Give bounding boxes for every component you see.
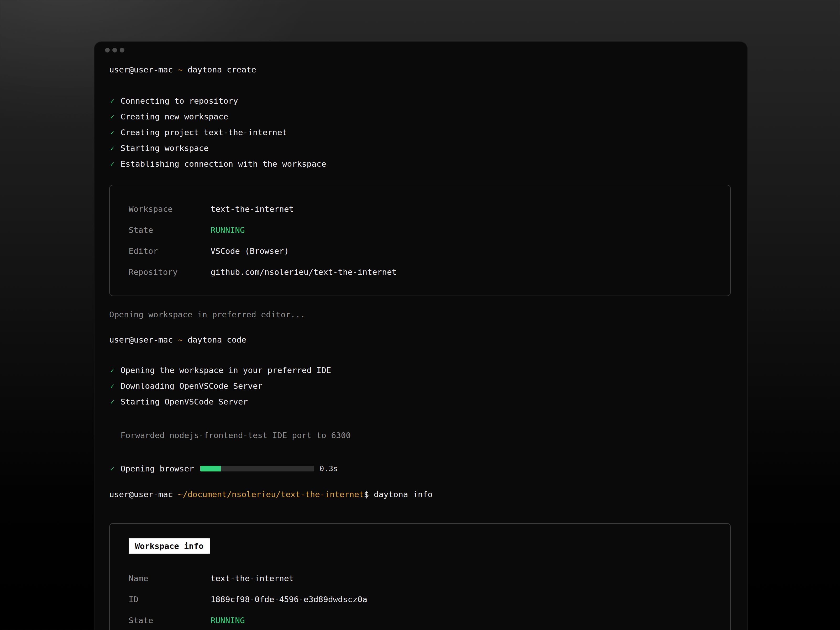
prompt-cwd: ~/document/nsolerieu/text-the-internet <box>178 489 364 499</box>
prompt-line-create: user@user-mac ~ daytona create <box>109 65 747 74</box>
row-value: github.com/nsolerieu/text-the-internet <box>210 261 396 283</box>
step-label: Opening the workspace in your preferred … <box>120 362 331 378</box>
check-icon: ✓ <box>109 93 120 109</box>
prompt-cwd: ~ <box>178 335 183 344</box>
row-label: Editor <box>129 240 210 261</box>
step-item: ✓Establishing connection with the worksp… <box>109 156 747 172</box>
table-row: Workspacetext-the-internet <box>110 199 730 219</box>
table-row: EditorVSCode (Browser) <box>110 240 730 261</box>
create-steps-list: ✓Connecting to repository ✓Creating new … <box>109 93 747 172</box>
prompt-line-info: user@user-mac ~/document/nsolerieu/text-… <box>109 489 747 499</box>
traffic-light-zoom-button[interactable] <box>120 48 125 52</box>
check-icon: ✓ <box>109 461 120 477</box>
step-item: ✓Opening the workspace in your preferred… <box>109 362 747 378</box>
prompt-line-code: user@user-mac ~ daytona code <box>109 335 747 345</box>
step-label: Starting OpenVSCode Server <box>120 394 248 409</box>
workspace-info-box: Workspace info Nametext-the-internet ID1… <box>109 523 731 630</box>
check-icon: ✓ <box>109 109 120 125</box>
status-badge: RUNNING <box>210 610 245 630</box>
row-label: Repository <box>129 261 210 283</box>
workspace-info-badge: Workspace info <box>129 538 210 554</box>
duration-label: 0.3s <box>319 461 338 477</box>
check-icon: ✓ <box>109 156 120 172</box>
progress-bar <box>200 466 314 471</box>
row-label: Workspace <box>129 199 210 219</box>
table-row: Nametext-the-internet <box>110 568 730 589</box>
row-label: State <box>129 219 210 240</box>
status-badge: RUNNING <box>210 219 245 240</box>
prompt-cwd: ~ <box>178 65 183 74</box>
check-icon: ✓ <box>109 362 120 378</box>
step-label: Connecting to repository <box>120 93 238 109</box>
workspace-summary-box: Workspacetext-the-internet StateRUNNING … <box>109 185 731 296</box>
code-steps-list: ✓Opening the workspace in your preferred… <box>109 362 747 409</box>
progress-fill <box>200 466 221 471</box>
step-item: ✓Starting workspace <box>109 140 747 156</box>
terminal-window: user@user-mac ~ daytona create ✓Connecti… <box>94 41 748 630</box>
port-forward-message: Forwarded nodejs-frontend-test IDE port … <box>109 427 747 443</box>
check-icon: ✓ <box>109 125 120 140</box>
row-value: text-the-internet <box>210 199 294 219</box>
check-icon: ✓ <box>109 140 120 156</box>
step-item: ✓Connecting to repository <box>109 93 747 109</box>
step-label: Creating project text-the-internet <box>120 125 287 140</box>
workspace-info-rows: Nametext-the-internet ID1889cf98-0fde-45… <box>110 568 730 630</box>
row-label: State <box>129 610 210 630</box>
window-titlebar <box>95 42 747 52</box>
table-row: Repositorygithub.com/nsolerieu/text-the-… <box>110 261 730 283</box>
check-icon: ✓ <box>109 378 120 394</box>
row-value: VSCode (Browser) <box>210 240 289 261</box>
step-item: ✓Creating new workspace <box>109 109 747 125</box>
row-value: 1889cf98-0fde-4596-e3d89dwdscz0a <box>210 589 367 610</box>
prompt-command: daytona code <box>188 335 246 344</box>
step-label: Creating new workspace <box>120 109 228 125</box>
traffic-light-close-button[interactable] <box>105 48 110 52</box>
table-row: StateRUNNING <box>110 219 730 240</box>
step-label: Establishing connection with the workspa… <box>120 156 326 172</box>
row-value: text-the-internet <box>210 568 294 589</box>
prompt-command: daytona create <box>188 65 256 74</box>
step-item: ✓Downloading OpenVSCode Server <box>109 378 747 394</box>
traffic-light-minimize-button[interactable] <box>112 48 117 52</box>
row-label: ID <box>129 589 210 610</box>
row-label: Name <box>129 568 210 589</box>
prompt-suffix: $ <box>364 489 369 499</box>
step-item: ✓Creating project text-the-internet <box>109 125 747 140</box>
step-label: Opening browser <box>120 461 194 477</box>
opening-editor-message: Opening workspace in preferred editor... <box>109 309 747 319</box>
prompt-command: daytona info <box>374 489 433 499</box>
table-row: StateRUNNING <box>110 610 730 630</box>
step-item: ✓Starting OpenVSCode Server <box>109 394 747 409</box>
check-icon: ✓ <box>109 394 120 409</box>
prompt-user: user@user-mac <box>109 335 173 344</box>
prompt-user: user@user-mac <box>109 489 173 499</box>
step-label: Starting workspace <box>120 140 209 156</box>
table-row: ID1889cf98-0fde-4596-e3d89dwdscz0a <box>110 589 730 610</box>
step-label: Downloading OpenVSCode Server <box>120 378 262 394</box>
opening-browser-line: ✓Opening browser0.3s <box>109 461 747 477</box>
terminal-content: user@user-mac ~ daytona create ✓Connecti… <box>95 65 747 630</box>
prompt-user: user@user-mac <box>109 65 173 74</box>
